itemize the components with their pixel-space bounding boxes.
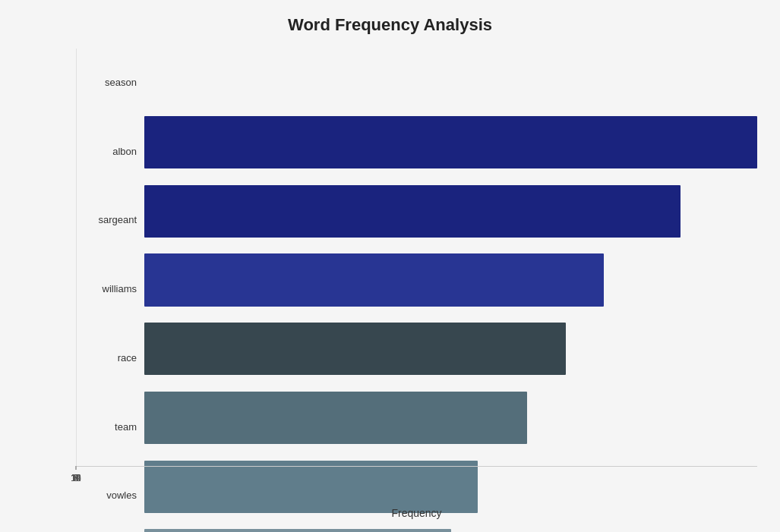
bar-row: williams: [76, 255, 757, 323]
bar-track: [144, 118, 757, 185]
chart-title: Word Frequency Analysis: [23, 15, 757, 35]
bar-label: sargeant: [76, 214, 144, 225]
bar-row: race: [76, 324, 757, 392]
bar-row: albon: [76, 118, 757, 185]
bar-label: albon: [76, 146, 144, 157]
bar-label: team: [76, 421, 144, 433]
bars-wrapper: seasonalbonsargeantwilliamsraceteamvowle…: [76, 49, 757, 466]
bar-label: race: [76, 352, 144, 364]
chart-container: Word Frequency Analysis seasonalbonsarge…: [0, 0, 780, 532]
bar-row: season: [76, 49, 757, 116]
bar-track: [144, 49, 757, 116]
bar-track: [144, 255, 757, 323]
bar-label: williams: [76, 283, 144, 294]
bar-row: sargeant: [76, 187, 757, 254]
x-tick-line: [75, 466, 76, 470]
x-axis-title: Frequency: [76, 507, 757, 519]
bar-track: [144, 187, 757, 254]
x-axis: 0246810121416 Frequency: [76, 466, 757, 496]
bar-row: team: [76, 393, 757, 461]
x-ticks: 0246810121416: [76, 466, 757, 496]
bar-label: season: [76, 77, 144, 88]
chart-area: seasonalbonsargeantwilliamsraceteamvowle…: [76, 49, 757, 496]
x-tick-label: 16: [71, 473, 81, 483]
x-tick: 16: [71, 466, 81, 483]
bar-track: [144, 393, 757, 461]
bar-track: [144, 324, 757, 392]
